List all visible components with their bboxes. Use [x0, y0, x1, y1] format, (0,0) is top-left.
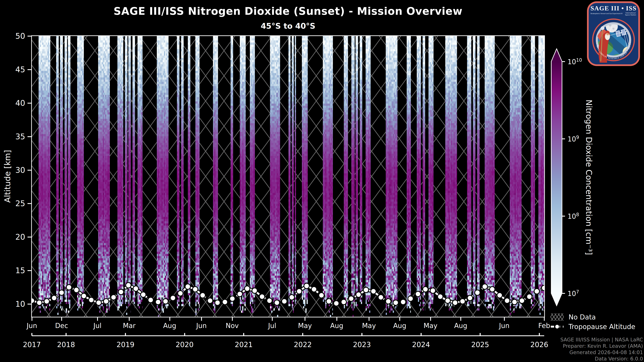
colorbar-tick-label: 109 [568, 135, 579, 143]
year-tick-mark [302, 333, 303, 336]
year-tick-label: 2020 [176, 341, 194, 349]
logo-subtitle-right-1: International [626, 12, 636, 14]
y-tick-label: 20 [3, 232, 25, 242]
month-tick-label: May [298, 322, 312, 330]
year-tick-mark [539, 333, 540, 336]
y-tick-mark [28, 237, 31, 238]
month-tick-label: Jun [27, 322, 37, 330]
month-tick-label: Aug [330, 322, 343, 330]
legend-item-no-data: No Data [550, 313, 596, 321]
y-tick-mark [28, 203, 31, 204]
y-tick-mark [28, 270, 31, 271]
colorbar [551, 48, 562, 306]
month-tick-mark [504, 318, 505, 321]
y-tick-label: 25 [3, 199, 25, 208]
month-tick-mark [336, 318, 337, 321]
month-tick-mark [170, 318, 170, 321]
attribution-preparer: Preparer: Kevin R. Leavor (AMA) [560, 343, 643, 349]
colorbar-tick-label: 1010 [568, 57, 582, 65]
month-tick-label: Dec [55, 322, 68, 330]
legend-item-tropopause: Tropopause Altitude [550, 323, 635, 331]
attribution: SAGE III/ISS Mission | NASA LaRC Prepare… [560, 337, 643, 362]
month-tick-mark [304, 318, 306, 321]
year-tick-label: 2026 [530, 341, 548, 349]
month-tick-mark [544, 318, 545, 321]
colorbar-gradient-bar [551, 49, 562, 306]
month-tick-mark [61, 318, 62, 321]
heatmap-canvas [32, 36, 544, 317]
year-tick-label: 2021 [235, 341, 253, 349]
year-tick-mark [184, 333, 185, 336]
year-tick-mark [420, 333, 422, 336]
y-tick-label: 50 [3, 31, 25, 40]
month-tick-label: Jun [196, 322, 207, 330]
year-tick-label: 2024 [412, 341, 430, 349]
attribution-generated: Generated 2026-04-08 14:01 [560, 349, 643, 356]
y-axis-label: Altitude [km] [3, 150, 12, 203]
y-tick-mark [28, 103, 31, 104]
legend-tropopause-label: Tropopause Altitude [568, 323, 635, 331]
colorbar-tick-mark [562, 61, 565, 62]
page-title: SAGE III/ISS Nitrogen Dioxide (Sunset) -… [32, 5, 544, 17]
month-tick-label: Mar [123, 322, 136, 330]
month-tick-label: Aug [454, 322, 467, 330]
month-tick-label: May [424, 322, 438, 330]
year-tick-mark [125, 333, 126, 336]
y-tick-mark [28, 304, 31, 305]
year-axis-line [32, 335, 544, 336]
year-tick-mark [31, 333, 32, 336]
y-tick-label: 10 [3, 300, 25, 309]
logo-title: SAGE III • ISS [590, 5, 636, 12]
colorbar-label: Nitrogen Dioxide Concentration [cm⁻³] [584, 100, 594, 255]
y-tick-mark [28, 170, 31, 171]
year-tick-label: 2018 [57, 341, 75, 349]
year-tick-label: 2023 [353, 341, 371, 349]
colorbar-tick-mark [562, 216, 565, 217]
month-tick-label: Aug [163, 322, 176, 330]
year-tick-label: 2017 [23, 341, 41, 349]
y-tick-mark [28, 136, 31, 137]
month-tick-mark [368, 318, 370, 321]
sage-iii-iss-mission-patch-logo: SAGE III • ISS Stratospheric Aerosol and… [587, 1, 640, 66]
y-tick-label: 30 [3, 166, 25, 175]
month-tick-mark [460, 318, 461, 321]
year-tick-mark [66, 333, 66, 336]
month-tick-mark [32, 318, 32, 321]
month-tick-mark [97, 318, 98, 321]
legend-no-data-label: No Data [568, 313, 596, 321]
month-tick-mark [129, 318, 130, 321]
month-tick-mark [399, 318, 400, 321]
month-tick-label: Jul [94, 322, 102, 330]
plot-area [31, 35, 545, 318]
y-tick-label: 40 [3, 98, 25, 108]
month-tick-label: Nov [226, 322, 239, 330]
month-tick-mark [272, 318, 273, 321]
colorbar-tick-label: 107 [568, 289, 579, 297]
y-tick-mark [28, 36, 31, 36]
year-tick-mark [362, 333, 362, 336]
attribution-data-version: Data Version: 6.0.0 [560, 356, 643, 362]
no-data-hatch-swatch-icon [550, 313, 564, 321]
attribution-mission: SAGE III/ISS Mission | NASA LaRC [560, 337, 643, 343]
colorbar-tick-label: 108 [568, 212, 579, 220]
year-tick-label: 2019 [116, 341, 134, 349]
month-tick-label: Feb [538, 322, 550, 330]
y-tick-label: 35 [3, 132, 25, 141]
colorbar-tick-mark [562, 138, 565, 139]
page-subtitle: 45°S to 40°S [32, 21, 544, 30]
year-tick-label: 2022 [294, 341, 312, 349]
y-tick-mark [28, 69, 31, 70]
year-tick-label: 2025 [471, 341, 489, 349]
month-tick-label: May [362, 322, 376, 330]
logo-subtitle-left: Stratospheric Aerosol and Gas Experiment… [590, 13, 622, 14]
month-tick-mark [430, 318, 431, 321]
logo-subtitle-right-2: Space Station [625, 14, 636, 16]
month-tick-mark [201, 318, 202, 321]
month-tick-mark [232, 318, 233, 321]
year-tick-mark [243, 333, 244, 336]
figure: SAGE III/ISS Nitrogen Dioxide (Sunset) -… [0, 0, 644, 362]
y-tick-label: 45 [3, 65, 25, 74]
month-tick-label: Aug [393, 322, 406, 330]
month-tick-label: Jun [499, 322, 510, 330]
colorbar-tick-mark [562, 293, 565, 294]
